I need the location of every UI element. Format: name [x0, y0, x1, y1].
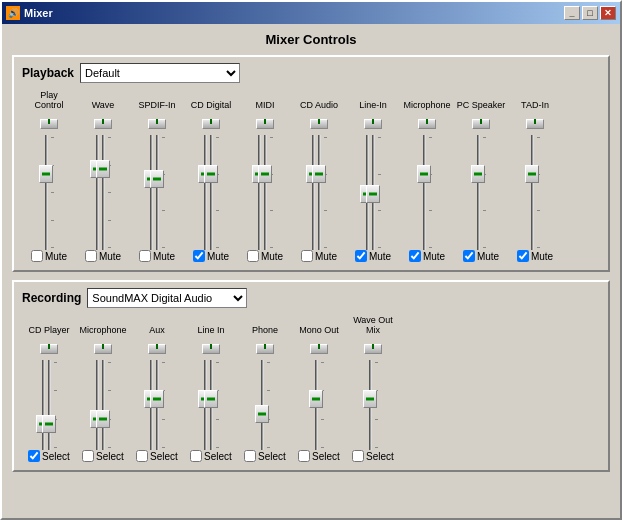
- channel-spdif-in: SPDIF-In: [130, 89, 184, 262]
- knob-mono-out-rec[interactable]: [310, 344, 328, 354]
- mute-checkbox-play-control[interactable]: [31, 250, 43, 262]
- knob-aux-rec[interactable]: [148, 344, 166, 354]
- tick: [378, 137, 381, 138]
- mute-checkbox-tad-in[interactable]: [517, 250, 529, 262]
- channel-label-wave: Wave: [92, 89, 115, 111]
- select-label-line-in-rec: Select: [204, 451, 232, 462]
- channel-label-cd-audio: CD Audio: [300, 89, 338, 111]
- thumb-left-mono-out-rec[interactable]: [309, 390, 323, 408]
- knob-area-line-in: [364, 113, 382, 135]
- thumb-right-spdif[interactable]: [150, 170, 164, 188]
- sliders-pc-speaker: [477, 135, 486, 250]
- knob-microphone[interactable]: [418, 119, 436, 129]
- close-button[interactable]: ✕: [600, 6, 616, 20]
- tick: [51, 247, 54, 248]
- tick: [108, 220, 111, 221]
- tick: [378, 174, 381, 175]
- thumb-right-wave[interactable]: [96, 160, 110, 178]
- knob-cd-digital[interactable]: [202, 119, 220, 129]
- knob-microphone-rec[interactable]: [94, 344, 112, 354]
- mute-checkbox-cd-digital[interactable]: [193, 250, 205, 262]
- mute-checkbox-wave[interactable]: [85, 250, 97, 262]
- knob-phone-rec[interactable]: [256, 344, 274, 354]
- minimize-button[interactable]: _: [564, 6, 580, 20]
- thumb-right-cd-audio[interactable]: [312, 165, 326, 183]
- tick: [321, 419, 324, 420]
- recording-device-select[interactable]: SoundMAX Digital Audio Default: [87, 288, 247, 308]
- knob-area-microphone-rec: [94, 338, 112, 360]
- knob-area-mono-out-rec: [310, 338, 328, 360]
- thumb-right-midi[interactable]: [258, 165, 272, 183]
- mute-checkbox-pc-speaker[interactable]: [463, 250, 475, 262]
- track-left-spdif: [150, 135, 153, 250]
- channel-microphone-pb: Microphone: [400, 89, 454, 262]
- thumb-right-line-in[interactable]: [366, 185, 380, 203]
- track-left-cd-digital: [204, 135, 207, 250]
- knob-cd-player-rec[interactable]: [40, 344, 58, 354]
- titlebar: 🔊 Mixer _ □ ✕: [2, 2, 620, 24]
- knob-wave[interactable]: [94, 119, 112, 129]
- knob-spdif[interactable]: [148, 119, 166, 129]
- mute-label-wave: Mute: [99, 251, 121, 262]
- channel-wave-out-mix-rec: Wave OutMix: [346, 314, 400, 462]
- knob-area-tad-in: [526, 113, 544, 135]
- window-title: Mixer: [24, 7, 53, 19]
- knob-area-midi: [256, 113, 274, 135]
- select-checkbox-aux-rec[interactable]: [136, 450, 148, 462]
- track-left-pc-speaker: [477, 135, 480, 250]
- track-left-microphone: [423, 135, 426, 250]
- select-checkbox-wave-out-mix-rec[interactable]: [352, 450, 364, 462]
- knob-pc-speaker[interactable]: [472, 119, 490, 129]
- tick: [267, 447, 270, 448]
- thumb-right-aux-rec[interactable]: [150, 390, 164, 408]
- thumb-left-phone-rec[interactable]: [255, 405, 269, 423]
- tick: [108, 390, 111, 391]
- thumb-left-microphone[interactable]: [417, 165, 431, 183]
- select-checkbox-line-in-rec[interactable]: [190, 450, 202, 462]
- thumb-left-play-control[interactable]: [39, 165, 53, 183]
- mute-checkbox-line-in[interactable]: [355, 250, 367, 262]
- track-left-midi: [258, 135, 261, 250]
- select-checkbox-phone-rec[interactable]: [244, 450, 256, 462]
- thumb-left-tad-in[interactable]: [525, 165, 539, 183]
- mute-checkbox-midi[interactable]: [247, 250, 259, 262]
- thumb-left-pc-speaker[interactable]: [471, 165, 485, 183]
- mute-checkbox-spdif[interactable]: [139, 250, 151, 262]
- thumb-right-cd-digital[interactable]: [204, 165, 218, 183]
- knob-line-in[interactable]: [364, 119, 382, 129]
- tick: [270, 247, 273, 248]
- track-left-microphone-rec: [96, 360, 99, 450]
- knob-wave-out-mix-rec[interactable]: [364, 344, 382, 354]
- sliders-play-control: [45, 135, 54, 250]
- select-checkbox-microphone-rec[interactable]: [82, 450, 94, 462]
- channel-cd-audio: CD Audio: [292, 89, 346, 262]
- thumb-left-wave-out-mix-rec[interactable]: [363, 390, 377, 408]
- thumb-right-microphone-rec[interactable]: [96, 410, 110, 428]
- track-right-cd-player-rec: [48, 360, 51, 450]
- channel-label-wave-out-mix-rec: Wave OutMix: [353, 314, 393, 336]
- knob-midi[interactable]: [256, 119, 274, 129]
- knob-tad-in[interactable]: [526, 119, 544, 129]
- channel-label-line-in-rec: Line In: [197, 314, 224, 336]
- channel-label-spdif-in: SPDIF-In: [138, 89, 175, 111]
- playback-channels-row: PlayControl: [22, 89, 600, 262]
- channel-label-midi: MIDI: [256, 89, 275, 111]
- select-aux-rec: Select: [130, 450, 184, 462]
- playback-device-select[interactable]: Default SoundMAX Digital Audio: [80, 63, 240, 83]
- mute-checkbox-cd-audio[interactable]: [301, 250, 313, 262]
- tick: [216, 247, 219, 248]
- thumb-right-cd-player-rec[interactable]: [42, 415, 56, 433]
- knob-area-wave-out-mix-rec: [364, 338, 382, 360]
- knob-cd-audio[interactable]: [310, 119, 328, 129]
- maximize-button[interactable]: □: [582, 6, 598, 20]
- knob-play-control[interactable]: [40, 119, 58, 129]
- mute-checkbox-microphone[interactable]: [409, 250, 421, 262]
- knob-line-in-rec[interactable]: [202, 344, 220, 354]
- select-checkbox-mono-out-rec[interactable]: [298, 450, 310, 462]
- select-checkbox-cd-player-rec[interactable]: [28, 450, 40, 462]
- channel-line-in-rec: Line In: [184, 314, 238, 462]
- sliders-phone-rec: [261, 360, 270, 450]
- tick: [537, 247, 540, 248]
- channel-label-cd-digital: CD Digital: [191, 89, 232, 111]
- thumb-right-line-in-rec[interactable]: [204, 390, 218, 408]
